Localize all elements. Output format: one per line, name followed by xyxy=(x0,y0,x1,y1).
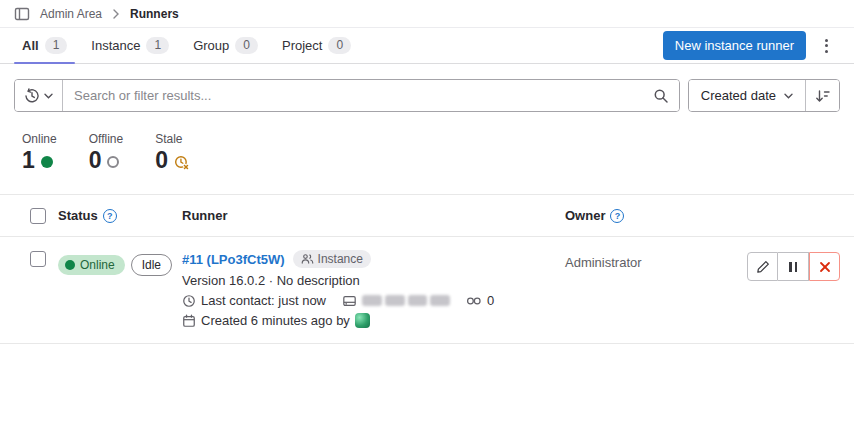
breadcrumb-page: Runners xyxy=(130,7,179,21)
tab-project[interactable]: Project 0 xyxy=(274,28,359,63)
select-all-checkbox[interactable] xyxy=(30,208,46,224)
sort-label: Created date xyxy=(701,88,776,103)
breadcrumb-section[interactable]: Admin Area xyxy=(40,7,102,21)
edit-runner-button[interactable] xyxy=(747,252,778,281)
sort-dropdown-button[interactable]: Created date xyxy=(689,80,805,111)
runner-version-line: Version 16.0.2 · No description xyxy=(182,273,565,288)
tab-all[interactable]: All 1 xyxy=(14,28,75,63)
runner-link[interactable]: #11 (LPo3fCt5W) xyxy=(182,252,285,267)
created-text: Created 6 minutes ago by xyxy=(201,313,350,328)
runner-contact-line: Last contact: just now 0 xyxy=(182,293,565,308)
jobs-count: 0 xyxy=(487,293,494,308)
search-button[interactable] xyxy=(643,80,679,111)
delete-runner-button[interactable] xyxy=(809,252,840,281)
chevron-down-icon xyxy=(44,93,53,99)
sort-direction-button[interactable] xyxy=(805,80,839,111)
table-row: Online Idle #11 (LPo3fCt5W) Instance Ver… xyxy=(0,237,854,344)
offline-status-icon xyxy=(107,156,119,168)
history-icon xyxy=(24,88,40,104)
link-icon xyxy=(466,295,482,307)
online-dot-icon xyxy=(65,260,75,270)
sort-descending-icon xyxy=(815,88,831,104)
help-icon[interactable]: ? xyxy=(103,209,117,223)
creator-avatar xyxy=(355,313,370,328)
pause-runner-button[interactable] xyxy=(778,252,809,281)
sidebar-toggle-icon[interactable] xyxy=(14,6,30,22)
x-icon xyxy=(819,261,831,273)
stat-label: Offline xyxy=(89,132,123,146)
runner-actions xyxy=(747,252,840,281)
search-icon xyxy=(653,88,669,104)
table-header-row: Status ? Runner Owner ? xyxy=(0,194,854,237)
runner-type-tabs: All 1 Instance 1 Group 0 Project 0 New i… xyxy=(0,28,854,64)
stat-value: 0 xyxy=(155,149,168,172)
sort-control: Created date xyxy=(688,79,840,112)
chevron-down-icon xyxy=(784,93,793,99)
instance-type-badge: Instance xyxy=(293,250,371,268)
filter-bar: Created date xyxy=(14,79,840,112)
stat-offline: Offline 0 xyxy=(89,132,123,172)
tab-count-badge: 0 xyxy=(235,37,258,54)
runner-created-line: Created 6 minutes ago by xyxy=(182,313,565,328)
search-box xyxy=(14,79,680,112)
people-icon xyxy=(301,253,314,265)
breadcrumb: Admin Area Runners xyxy=(0,0,854,28)
column-header-owner: Owner ? xyxy=(565,208,840,223)
stat-value: 0 xyxy=(89,149,102,172)
stat-label: Online xyxy=(22,132,57,146)
stale-clock-icon xyxy=(174,155,189,170)
column-header-status: Status ? xyxy=(58,208,182,223)
disk-icon xyxy=(342,294,357,308)
tab-instance[interactable]: Instance 1 xyxy=(83,28,177,63)
stat-stale: Stale 0 xyxy=(155,132,189,172)
last-contact-text: Last contact: just now xyxy=(201,293,326,308)
new-instance-runner-button[interactable]: New instance runner xyxy=(663,31,806,60)
pencil-icon xyxy=(756,260,770,274)
owner-link[interactable]: Administrator xyxy=(565,255,747,270)
stat-value: 1 xyxy=(22,149,35,172)
runners-table: Status ? Runner Owner ? Online Idle #11 … xyxy=(0,194,854,344)
stat-online: Online 1 xyxy=(22,132,57,172)
tab-count-badge: 1 xyxy=(146,37,169,54)
status-badge-idle: Idle xyxy=(131,254,172,276)
column-header-runner: Runner xyxy=(182,208,565,223)
clock-icon xyxy=(182,294,196,308)
online-status-icon xyxy=(41,156,53,168)
search-history-button[interactable] xyxy=(15,80,63,111)
calendar-icon xyxy=(182,314,196,328)
search-input[interactable] xyxy=(63,80,643,111)
row-checkbox[interactable] xyxy=(30,251,46,267)
kebab-menu-button[interactable] xyxy=(812,32,840,60)
help-icon[interactable]: ? xyxy=(610,209,624,223)
status-badge-online: Online xyxy=(58,255,125,275)
runner-status-cell: Online Idle xyxy=(58,254,182,276)
stat-label: Stale xyxy=(155,132,189,146)
ip-address-redacted xyxy=(362,295,450,306)
tab-group[interactable]: Group 0 xyxy=(185,28,266,63)
pause-icon xyxy=(789,262,797,272)
tab-count-badge: 1 xyxy=(45,37,68,54)
runner-summary-cell: #11 (LPo3fCt5W) Instance Version 16.0.2 … xyxy=(182,250,565,328)
runner-stats: Online 1 Offline 0 Stale 0 xyxy=(0,112,854,172)
chevron-right-icon xyxy=(112,9,120,19)
tab-count-badge: 0 xyxy=(328,37,351,54)
